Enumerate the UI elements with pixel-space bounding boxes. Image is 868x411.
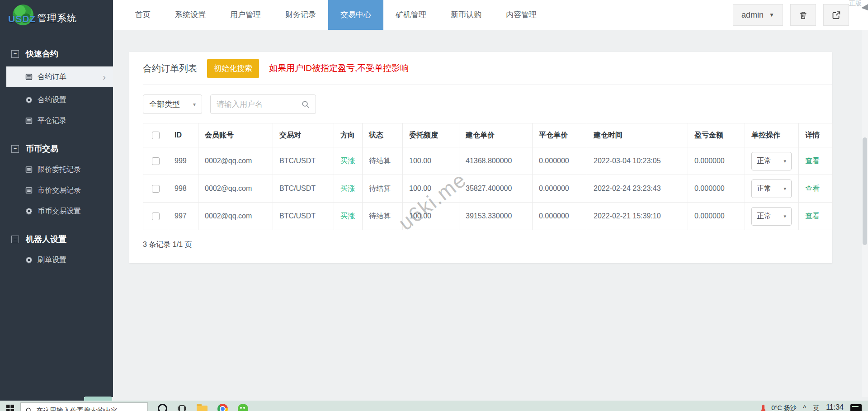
table-header-row: ID 会员账号 交易对 方向 状态 委托额度 建仓单价 平仓单价 建仓时间 盈亏…	[143, 123, 833, 147]
col-header-status: 状态	[363, 123, 403, 147]
cell-open-price: 41368.800000	[459, 147, 533, 175]
sidebar-item-label: 币币交易设置	[38, 207, 81, 216]
nav-item-miner-management[interactable]: 矿机管理	[383, 0, 439, 30]
type-select[interactable]: 全部类型 ▾	[143, 94, 202, 114]
sidebar-item-brush-order-settings[interactable]: 刷单设置	[0, 250, 113, 270]
sidebar-section-coin-trade[interactable]: − 币币交易	[0, 138, 113, 159]
chrome-icon[interactable]	[217, 404, 228, 411]
card-header: 合约订单列表 初始化搜索 如果用户ID被指定盈亏,不受单控影响	[143, 52, 832, 85]
windows-start-icon[interactable]	[6, 405, 14, 411]
export-icon	[831, 10, 841, 20]
row-checkbox[interactable]	[152, 185, 160, 193]
sidebar-item-market-trade-records[interactable]: 市价交易记录	[0, 180, 113, 201]
table-row: 998 0002@qq.com BTC/USDT 买涨 待结算 100.00 3…	[143, 175, 833, 203]
table-row: 999 0002@qq.com BTC/USDT 买涨 待结算 100.00 4…	[143, 147, 833, 175]
section-title: 币币交易	[26, 143, 58, 154]
username-input[interactable]	[217, 100, 301, 109]
logout-button[interactable]	[823, 4, 849, 26]
notification-box-icon[interactable]	[850, 404, 862, 411]
nav-item-content-management[interactable]: 内容管理	[494, 0, 549, 30]
cell-open-time: 2022-03-04 10:23:05	[587, 147, 688, 175]
trash-button[interactable]	[790, 4, 816, 26]
section-title: 机器人设置	[26, 234, 66, 245]
search-icon[interactable]	[301, 100, 310, 109]
search-icon	[25, 407, 32, 411]
app-title: 管理系统	[37, 12, 77, 24]
control-select[interactable]: 正常▾	[751, 207, 792, 226]
cell-amount: 100.00	[403, 147, 459, 175]
table-row: 997 0002@qq.com BTC/USDT 买涨 待结算 100.00 3…	[143, 203, 833, 230]
sidebar-item-coin-trade-settings[interactable]: 币币交易设置	[0, 201, 113, 222]
init-search-button[interactable]: 初始化搜索	[207, 59, 259, 78]
cell-account: 0002@qq.com	[198, 203, 273, 230]
sidebar-section-quick-contract[interactable]: − 快速合约	[0, 43, 113, 64]
view-link[interactable]: 查看	[805, 212, 820, 220]
clock[interactable]: 11:34	[826, 403, 844, 411]
horizontal-scrollbar-thumb[interactable]	[84, 397, 112, 401]
cell-open-price: 35827.400000	[459, 175, 533, 203]
nav-item-new-coin[interactable]: 新币认购	[439, 0, 494, 30]
taskbar-search-input[interactable]	[36, 406, 143, 411]
nav-item-finance-records[interactable]: 财务记录	[273, 0, 328, 30]
cell-status: 待结算	[363, 147, 403, 175]
list-icon	[25, 73, 33, 80]
cell-id: 998	[168, 175, 198, 203]
cell-id: 999	[168, 147, 198, 175]
genuine-badge: 正版	[849, 0, 862, 8]
chevron-down-icon: ▾	[783, 158, 786, 164]
vertical-scrollbar[interactable]	[862, 30, 868, 397]
gear-icon	[25, 96, 33, 104]
file-explorer-icon[interactable]	[197, 404, 208, 411]
col-header-direction: 方向	[334, 123, 363, 147]
nav-item-user-management[interactable]: 用户管理	[218, 0, 273, 30]
sidebar-item-contract-settings[interactable]: 合约设置	[0, 90, 113, 110]
cell-account: 0002@qq.com	[198, 175, 273, 203]
nav-item-home[interactable]: 首页	[123, 0, 163, 30]
row-checkbox[interactable]	[152, 157, 160, 165]
cell-profit: 0.000000	[688, 175, 745, 203]
list-icon	[25, 187, 33, 194]
vertical-scrollbar-thumb[interactable]	[863, 137, 867, 245]
brand-text: USDZ	[8, 14, 36, 24]
admin-user-button[interactable]: admin ▼	[733, 4, 783, 26]
cell-account: 0002@qq.com	[198, 147, 273, 175]
main-nav: 首页 系统设置 用户管理 财务记录 交易中心 矿机管理 新币认购 内容管理	[123, 0, 549, 30]
nav-item-system-settings[interactable]: 系统设置	[163, 0, 218, 30]
top-header: USDZ 管理系统 首页 系统设置 用户管理 财务记录 交易中心 矿机管理 新币…	[0, 0, 868, 30]
view-link[interactable]: 查看	[805, 157, 820, 165]
control-select[interactable]: 正常▾	[751, 180, 792, 198]
sidebar-item-label: 平仓记录	[38, 116, 66, 126]
language-indicator[interactable]: 英	[813, 404, 819, 411]
cortana-icon[interactable]	[158, 404, 167, 411]
cell-pair: BTC/USDT	[273, 147, 334, 175]
cell-direction: 买涨	[334, 175, 363, 203]
gear-icon	[25, 208, 33, 215]
select-all-checkbox[interactable]	[152, 132, 160, 139]
wechat-icon[interactable]	[238, 404, 248, 411]
contract-orders-card: 合约订单列表 初始化搜索 如果用户ID被指定盈亏,不受单控影响 全部类型 ▾	[129, 52, 832, 263]
sidebar-item-contract-orders[interactable]: 合约订单 ›	[6, 66, 113, 87]
weather-text[interactable]: 0°C 扬沙	[771, 404, 796, 411]
row-checkbox[interactable]	[152, 213, 160, 220]
cell-pair: BTC/USDT	[273, 175, 334, 203]
control-select[interactable]: 正常▾	[751, 152, 792, 170]
view-link[interactable]: 查看	[805, 184, 820, 192]
task-view-icon[interactable]	[177, 404, 187, 411]
cell-id: 997	[168, 203, 198, 230]
admin-username: admin	[741, 10, 764, 20]
chevron-down-icon: ▼	[769, 12, 774, 18]
cell-profit: 0.000000	[688, 203, 745, 230]
sidebar-item-close-position-records[interactable]: 平仓记录	[0, 110, 113, 131]
cell-direction: 买涨	[334, 147, 363, 175]
record-summary: 3 条记录 1/1 页	[143, 240, 832, 250]
trash-icon	[798, 10, 808, 20]
sidebar-item-limit-order-records[interactable]: 限价委托记录	[0, 159, 113, 180]
list-icon	[25, 117, 33, 124]
cell-close-price: 0.000000	[533, 175, 587, 203]
nav-item-trade-center[interactable]: 交易中心	[328, 0, 383, 30]
tray-expand-caret[interactable]: ^	[803, 404, 807, 411]
taskbar-tray: 0°C 扬沙 ^ 英 11:34	[762, 403, 862, 411]
cell-amount: 100.00	[403, 203, 459, 230]
sidebar-section-robot-settings[interactable]: − 机器人设置	[0, 229, 113, 250]
chevron-down-icon: ▾	[783, 186, 786, 192]
